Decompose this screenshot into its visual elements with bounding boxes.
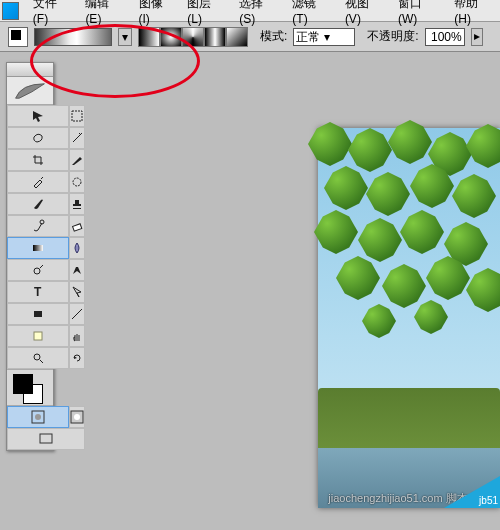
path-select-icon	[70, 285, 84, 299]
svg-point-11	[35, 414, 41, 420]
svg-rect-14	[40, 434, 52, 443]
screen-mode-button[interactable]	[7, 428, 85, 450]
menu-window[interactable]: 窗口(W)	[390, 0, 446, 26]
line-icon	[70, 307, 84, 321]
svg-rect-4	[33, 245, 43, 251]
gradient-radial-button[interactable]	[160, 27, 182, 47]
eraser-tool[interactable]	[69, 215, 85, 237]
dodge-icon	[31, 263, 45, 277]
path-select-tool[interactable]	[69, 281, 85, 303]
tool-preset-icon[interactable]	[8, 27, 28, 47]
menu-file[interactable]: 文件(F)	[25, 0, 78, 26]
type-tool[interactable]: T	[7, 281, 69, 303]
move-tool[interactable]	[7, 105, 69, 127]
dodge-tool[interactable]	[7, 259, 69, 281]
patch-tool[interactable]	[69, 171, 85, 193]
document-canvas[interactable]: jiaochengzhijiao51.com 脚本之家 jb51	[318, 128, 500, 508]
gradient-linear-button[interactable]	[138, 27, 160, 47]
notes-icon	[31, 329, 45, 343]
svg-rect-7	[34, 311, 42, 317]
rotate-view-icon	[70, 351, 84, 365]
options-bar: ▾ 模式: 正常 ▾ 不透明度: 100% ▸	[0, 22, 500, 52]
toolbox-header[interactable]	[7, 63, 53, 77]
app-logo-icon	[2, 2, 19, 20]
eyedropper-tool[interactable]	[7, 171, 69, 193]
slice-tool[interactable]	[69, 149, 85, 171]
menu-select[interactable]: 选择(S)	[231, 0, 284, 26]
wand-tool[interactable]	[69, 127, 85, 149]
foreground-color[interactable]	[13, 374, 33, 394]
lasso-tool[interactable]	[7, 127, 69, 149]
marquee-icon	[70, 109, 84, 123]
stamp-tool[interactable]	[69, 193, 85, 215]
brush-icon	[31, 197, 45, 211]
zoom-icon	[31, 351, 45, 365]
pen-icon	[70, 263, 84, 277]
image-leaves	[318, 128, 500, 358]
svg-rect-3	[73, 224, 82, 231]
zoom-tool[interactable]	[7, 347, 69, 369]
toolbox-panel: T	[6, 62, 54, 451]
pen-tool[interactable]	[69, 259, 85, 281]
svg-point-9	[34, 354, 40, 360]
opacity-label: 不透明度:	[367, 28, 418, 45]
opacity-input[interactable]: 100%	[425, 28, 465, 46]
svg-point-13	[74, 414, 80, 420]
history-brush-tool[interactable]	[7, 215, 69, 237]
menu-bar: 文件(F) 编辑(E) 图像(I) 图层(L) 选择(S) 滤镜(T) 视图(V…	[0, 0, 500, 22]
blur-icon	[70, 241, 84, 255]
toolbox-logo-icon	[7, 77, 53, 105]
wand-icon	[70, 131, 84, 145]
svg-rect-8	[34, 332, 42, 340]
gradient-preview[interactable]	[34, 28, 112, 46]
gradient-picker-dropdown[interactable]: ▾	[118, 28, 132, 46]
lasso-icon	[31, 131, 45, 145]
marquee-tool[interactable]	[69, 105, 85, 127]
blur-tool[interactable]	[69, 237, 85, 259]
type-icon: T	[31, 285, 45, 299]
history-brush-icon	[31, 219, 45, 233]
image-treeline	[318, 388, 500, 448]
eyedropper-icon	[31, 175, 45, 189]
blend-mode-select[interactable]: 正常 ▾	[293, 28, 355, 46]
svg-text:T: T	[34, 285, 42, 299]
eraser-icon	[70, 219, 84, 233]
svg-rect-0	[72, 111, 82, 121]
gradient-tool[interactable]	[7, 237, 69, 259]
opacity-dropdown[interactable]: ▸	[471, 28, 483, 46]
slice-icon	[70, 153, 84, 167]
rectangle-icon	[31, 307, 45, 321]
svg-point-1	[73, 178, 81, 186]
rectangle-tool[interactable]	[7, 303, 69, 325]
menu-layer[interactable]: 图层(L)	[179, 0, 231, 26]
rotate-view-tool[interactable]	[69, 347, 85, 369]
mode-label: 模式:	[260, 28, 287, 45]
notes-tool[interactable]	[7, 325, 69, 347]
corner-badge-text: jb51	[479, 495, 498, 506]
quickmask-on-button[interactable]	[69, 406, 85, 428]
menu-view[interactable]: 视图(V)	[337, 0, 390, 26]
menu-help[interactable]: 帮助(H)	[446, 0, 500, 26]
quickmask-off-button[interactable]	[7, 406, 69, 428]
crop-icon	[31, 153, 45, 167]
gradient-angle-button[interactable]	[182, 27, 204, 47]
move-icon	[31, 109, 45, 123]
menu-filter[interactable]: 滤镜(T)	[284, 0, 337, 26]
patch-icon	[70, 175, 84, 189]
gradient-reflected-button[interactable]	[204, 27, 226, 47]
hand-icon	[70, 329, 84, 343]
stamp-icon	[70, 197, 84, 211]
gradient-icon	[31, 241, 45, 255]
brush-tool[interactable]	[7, 193, 69, 215]
gradient-type-group	[138, 27, 248, 47]
gradient-diamond-button[interactable]	[226, 27, 248, 47]
color-swatch[interactable]	[7, 369, 53, 405]
hand-tool[interactable]	[69, 325, 85, 347]
line-tool[interactable]	[69, 303, 85, 325]
menu-edit[interactable]: 编辑(E)	[77, 0, 130, 26]
menu-image[interactable]: 图像(I)	[131, 0, 180, 26]
crop-tool[interactable]	[7, 149, 69, 171]
svg-point-5	[34, 268, 40, 274]
